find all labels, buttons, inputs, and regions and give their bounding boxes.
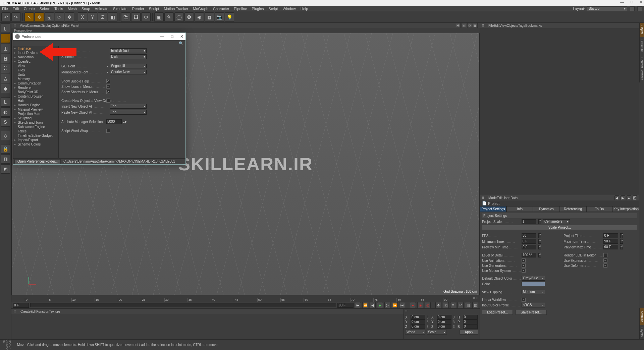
coord-system[interactable]: ◧ — [108, 12, 117, 22]
next-frame-button[interactable]: ▷ — [384, 302, 390, 308]
pref-attribute-manager-selection-limit-input[interactable]: 5000 — [106, 119, 122, 124]
key-param-button[interactable]: P — [458, 302, 464, 308]
pref-item-memory[interactable]: Memory — [13, 77, 58, 81]
objmenu-bookmarks[interactable]: Bookmarks — [525, 24, 542, 27]
camera[interactable]: 📷 — [215, 12, 224, 22]
generators[interactable]: ❂ — [184, 12, 194, 22]
layout-select[interactable]: Startup — [587, 6, 627, 11]
axis-y-toggle[interactable]: Y — [88, 12, 97, 22]
pref-item-view[interactable]: View — [13, 64, 58, 68]
edges-mode[interactable]: △ — [1, 74, 10, 83]
render-pv[interactable]: 🎞 — [131, 12, 141, 22]
pref-scheme-select[interactable]: Dark — [110, 54, 147, 59]
proj-time-input[interactable]: 0 F — [603, 233, 618, 238]
coord-size-y[interactable]: 0 cm — [437, 319, 451, 324]
menu-mesh[interactable]: Mesh — [68, 7, 77, 11]
attrmenu-mode[interactable]: Mode — [488, 196, 497, 200]
objmenu-edit[interactable]: Edit — [494, 24, 499, 27]
attr-tab-dynamics[interactable]: Dynamics — [533, 206, 559, 212]
menu-mograph[interactable]: MoGraph — [193, 7, 208, 11]
attr-nav-back[interactable]: ◀ — [614, 195, 619, 200]
coord-pos-y[interactable]: 0 cm — [411, 319, 425, 324]
matmenu-function[interactable]: Function — [36, 310, 49, 313]
lod-input[interactable]: 100 % — [522, 253, 536, 257]
grip-icon[interactable]: ⠿ — [482, 24, 484, 27]
menu-file[interactable]: File — [2, 7, 8, 11]
search-icon[interactable]: 🔍 — [179, 41, 183, 46]
prev-frame-button[interactable]: ◀ — [370, 302, 376, 308]
pref-show-icons-in-menu-check[interactable]: ✓ — [106, 84, 110, 89]
pref-item-interface[interactable]: Interface — [13, 46, 58, 51]
key-pos-button[interactable]: ✥ — [435, 302, 441, 308]
menu-plugins[interactable]: Plugins — [252, 7, 264, 11]
menu-animate[interactable]: Animate — [95, 7, 108, 11]
view-rotate-icon[interactable]: ⟳ — [467, 23, 472, 28]
attrmenu-edit[interactable]: Edit — [497, 196, 502, 200]
use-anim-check[interactable]: ✓ — [522, 258, 526, 262]
viewport-solo[interactable]: ◐ — [1, 107, 10, 117]
attr-tab-to-do[interactable]: To Do — [586, 206, 613, 212]
right-tab-content[interactable]: Content Browser — [639, 55, 644, 82]
object-manager-body[interactable] — [480, 28, 639, 195]
frame-end-input[interactable]: 90 F — [337, 303, 354, 308]
viewmenu-display[interactable]: Display — [41, 24, 52, 27]
pref-item-sculpting[interactable]: Sculpting — [13, 116, 58, 120]
goto-start-button[interactable]: ⏮ — [355, 302, 361, 308]
move-tool[interactable]: ✥ — [35, 12, 44, 22]
pref-insert-new-object-at-select[interactable]: Top — [110, 104, 147, 109]
key-scale-button[interactable]: ◱ — [443, 302, 449, 308]
autokey-button[interactable]: ◉ — [417, 302, 423, 308]
key-rot-button[interactable]: ⟳ — [450, 302, 456, 308]
undo-button[interactable]: ↶ — [1, 12, 11, 22]
coord-pos-x[interactable]: 0 cm — [411, 315, 425, 319]
attr-tab-project-settings[interactable]: Project Settings — [480, 206, 506, 212]
pref-close-button[interactable]: ✕ — [180, 34, 183, 39]
prev-key-button[interactable]: ⏪ — [362, 302, 368, 308]
view-pan-icon[interactable]: ✥ — [456, 23, 461, 28]
workplane-tool[interactable]: ◇ — [1, 131, 10, 140]
view-zoom-icon[interactable]: ± — [462, 23, 466, 28]
layout-icon-2[interactable] — [637, 6, 642, 11]
layout-icon-1[interactable] — [630, 6, 635, 11]
maximize-button[interactable]: □ — [631, 0, 633, 4]
pref-item-scheme-colors[interactable]: Scheme Colors — [13, 142, 58, 147]
interactive-workplane[interactable]: ◩ — [1, 164, 10, 174]
attr-nav-up[interactable]: ▲ — [627, 195, 631, 200]
objmenu-view[interactable]: View — [499, 24, 507, 27]
light[interactable]: 💡 — [225, 12, 234, 22]
close-button[interactable]: ✕ — [640, 0, 643, 4]
timeline-ruler[interactable]: 051015202530354045505560657075808590 0 F — [11, 295, 480, 302]
right-tab-attribute[interactable]: Attribute — [639, 308, 644, 325]
use-gen-check[interactable]: ✓ — [522, 264, 526, 268]
menu-motion-tracker[interactable]: Motion Tracker — [164, 7, 188, 11]
pref-item-projection-man[interactable]: Projection Man — [13, 112, 58, 116]
right-tab-object[interactable]: Object — [639, 23, 644, 37]
pref-paste-new-object-at-select[interactable]: Top — [110, 110, 147, 115]
view-layout-icon[interactable]: ▦ — [473, 23, 478, 28]
pref-item-houdini-engine[interactable]: Houdini Engine — [13, 103, 58, 107]
attr-tab-info[interactable]: Info — [506, 206, 533, 212]
coord-rot-y[interactable]: 0 — [463, 319, 478, 324]
pref-gui-font-select[interactable]: Segoe UI — [110, 64, 147, 68]
axis-z-toggle[interactable]: Z — [98, 12, 107, 22]
fps-input[interactable]: 30 — [522, 233, 536, 238]
apply-button[interactable]: Apply — [460, 330, 478, 335]
pref-show-shortcuts-in-menu-check[interactable]: ✓ — [106, 90, 110, 94]
render-lod-check[interactable] — [603, 253, 607, 257]
menu-create[interactable]: Create — [24, 7, 35, 11]
pref-language-select[interactable]: English (us) — [110, 48, 147, 53]
select-tool[interactable]: ↖ — [24, 12, 34, 22]
render-settings[interactable]: ⚙ — [141, 12, 151, 22]
redo-button[interactable]: ↷ — [11, 12, 21, 22]
pref-item-bodypaint-3d[interactable]: BodyPaint 3D — [13, 90, 58, 94]
snap-toggle[interactable]: S — [1, 117, 10, 127]
color-swatch[interactable] — [522, 282, 545, 286]
attr-lock-icon[interactable]: ⚿ — [633, 195, 637, 200]
make-editable[interactable]: ▯ — [1, 23, 10, 33]
project-scale-input[interactable]: 1 — [522, 219, 536, 224]
prev-max-input[interactable]: 90 F — [603, 245, 618, 249]
attr-tab-referencing[interactable]: Referencing — [560, 206, 586, 212]
matmenu-create[interactable]: Create — [20, 310, 31, 313]
open-pref-folder-button[interactable]: Open Preferences Folder... — [14, 159, 61, 164]
coord-size-z[interactable]: 0 cm — [437, 324, 451, 329]
